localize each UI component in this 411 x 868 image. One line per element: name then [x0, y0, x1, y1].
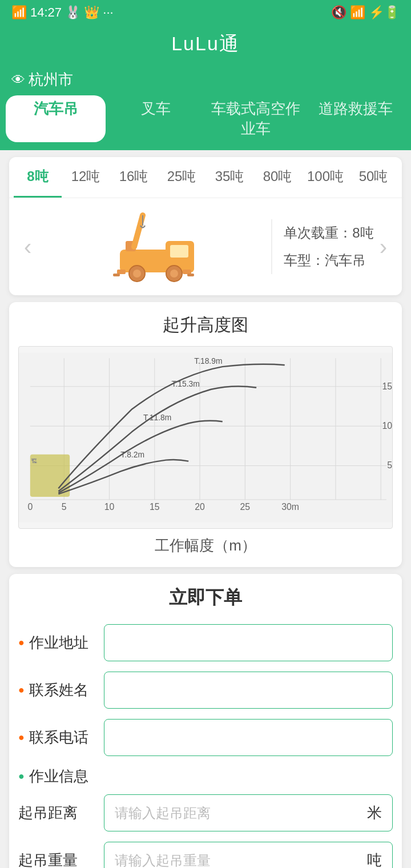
chart-xlabel: 工作幅度（m）: [18, 536, 393, 556]
svg-text:🏗: 🏗: [31, 458, 37, 464]
form-row-distance: 起吊距离 米: [18, 794, 393, 831]
label-weight: 起吊重量: [18, 850, 104, 868]
svg-text:10: 10: [104, 502, 115, 512]
app-header: LuLu通: [0, 25, 411, 66]
svg-text:25: 25: [240, 502, 251, 512]
svg-point-6: [170, 270, 178, 278]
tonnage-tab-8[interactable]: 8吨: [14, 157, 62, 198]
label-distance: 起吊距离: [18, 803, 104, 823]
status-left: 📶 14:27 🐰 👑 ···: [11, 5, 114, 20]
dot-phone: ●: [18, 732, 25, 744]
svg-rect-14: [19, 352, 392, 522]
vehicle-type: 车型：汽车吊: [284, 247, 373, 274]
svg-line-8: [134, 215, 143, 247]
battery-icon: ⚡🔋: [369, 5, 400, 20]
form-row-address: ● 作业地址: [18, 624, 393, 661]
svg-text:15: 15: [382, 381, 392, 391]
chart-title: 起升高度图: [18, 314, 393, 337]
vehicle-image: [37, 210, 271, 284]
svg-text:T.11.8m: T.11.8m: [143, 413, 171, 422]
chart-svg: 🏗 T.18.9m T.15.3m T.11.8m T.8.2m 0 5 10 …: [19, 347, 392, 528]
svg-rect-13: [187, 274, 194, 276]
unit-distance: 米: [367, 803, 382, 823]
input-address[interactable]: [104, 624, 393, 661]
form-row-phone: ● 联系电话: [18, 719, 393, 756]
nav-tab-daolu[interactable]: 道路救援车: [305, 95, 405, 142]
nav-tab-qiche-diao[interactable]: 汽车吊: [6, 95, 106, 142]
svg-rect-12: [113, 274, 120, 276]
dot-work-info: ●: [18, 770, 25, 782]
tonnage-tab-80[interactable]: 80吨: [253, 157, 301, 198]
svg-rect-2: [170, 245, 188, 258]
input-weight-wrapper: 吨: [104, 842, 393, 868]
input-weight[interactable]: [115, 842, 367, 868]
input-distance[interactable]: [115, 795, 367, 831]
tonnage-section: 8吨 12吨 16吨 25吨 35吨 80吨 100吨 50吨 ‹: [9, 157, 402, 295]
form-row-name: ● 联系姓名: [18, 672, 393, 709]
extra-icons: 🐰 👑 ···: [65, 5, 114, 20]
vehicle-capacity: 单次载重：8吨: [284, 219, 373, 247]
svg-text:T.15.3m: T.15.3m: [172, 379, 200, 388]
dot-name: ●: [18, 684, 25, 696]
svg-text:30m: 30m: [281, 502, 299, 512]
tonnage-tab-16[interactable]: 16吨: [110, 157, 158, 198]
form-row-weight: 起吊重量 吨: [18, 842, 393, 868]
wifi-icon: 📶: [350, 5, 365, 20]
label-name: ● 联系姓名: [18, 680, 104, 700]
work-info-heading: ● 作业信息: [18, 766, 393, 786]
tonnage-tabs: 8吨 12吨 16吨 25吨 35吨 80吨 100吨 50吨: [9, 157, 402, 198]
tonnage-tab-25[interactable]: 25吨: [158, 157, 206, 198]
next-arrow[interactable]: ›: [374, 234, 393, 260]
prev-arrow[interactable]: ‹: [18, 234, 37, 260]
input-distance-wrapper: 米: [104, 794, 393, 831]
vehicle-display: ‹: [9, 198, 402, 295]
tonnage-tab-35[interactable]: 35吨: [206, 157, 253, 198]
status-right: 🔇 📶 ⚡🔋: [331, 5, 400, 20]
svg-text:10: 10: [382, 421, 392, 431]
order-title: 立即下单: [18, 585, 393, 610]
category-nav: 汽车吊 叉车 车载式高空作业车 道路救援车: [0, 95, 411, 150]
svg-rect-11: [183, 270, 191, 274]
crane-illustration: [91, 210, 217, 284]
app-title: LuLu通: [171, 33, 240, 54]
status-bar: 📶 14:27 🐰 👑 ··· 🔇 📶 ⚡🔋: [0, 0, 411, 25]
chart-container: 🏗 T.18.9m T.15.3m T.11.8m T.8.2m 0 5 10 …: [18, 346, 393, 529]
nav-tab-chezai[interactable]: 车载式高空作业车: [206, 95, 305, 142]
no-sim-icon: 🔇: [331, 5, 346, 20]
svg-text:T.8.2m: T.8.2m: [120, 450, 144, 459]
location-icon: 👁: [11, 72, 25, 88]
svg-text:5: 5: [62, 502, 67, 512]
dot-address: ●: [18, 637, 25, 649]
input-phone[interactable]: [104, 719, 393, 756]
svg-text:5: 5: [387, 461, 392, 471]
svg-text:T.18.9m: T.18.9m: [194, 356, 222, 365]
svg-point-4: [133, 270, 141, 278]
tonnage-tab-50[interactable]: 50吨: [349, 157, 397, 198]
city-name: 杭州市: [29, 70, 73, 90]
svg-text:0: 0: [27, 502, 33, 512]
label-address: ● 作业地址: [18, 633, 104, 653]
status-time: 14:27: [30, 5, 62, 20]
signal-icon: 📶: [11, 5, 27, 20]
label-phone: ● 联系电话: [18, 728, 104, 748]
nav-tab-chache[interactable]: 叉车: [106, 95, 206, 142]
location-bar[interactable]: 👁 杭州市: [0, 66, 411, 95]
svg-rect-10: [117, 270, 126, 274]
vehicle-info: 单次载重：8吨 车型：汽车吊: [271, 219, 373, 274]
tonnage-tab-12[interactable]: 12吨: [62, 157, 110, 198]
input-name[interactable]: [104, 672, 393, 709]
svg-text:20: 20: [195, 502, 205, 512]
chart-section: 起升高度图 🏗: [9, 302, 402, 567]
order-form: 立即下单 ● 作业地址 ● 联系姓名 ● 联系电话 ● 作业信息 起吊距离: [9, 574, 402, 868]
tonnage-tab-100[interactable]: 100吨: [301, 157, 349, 198]
unit-weight: 吨: [367, 850, 382, 868]
svg-text:15: 15: [150, 502, 160, 512]
